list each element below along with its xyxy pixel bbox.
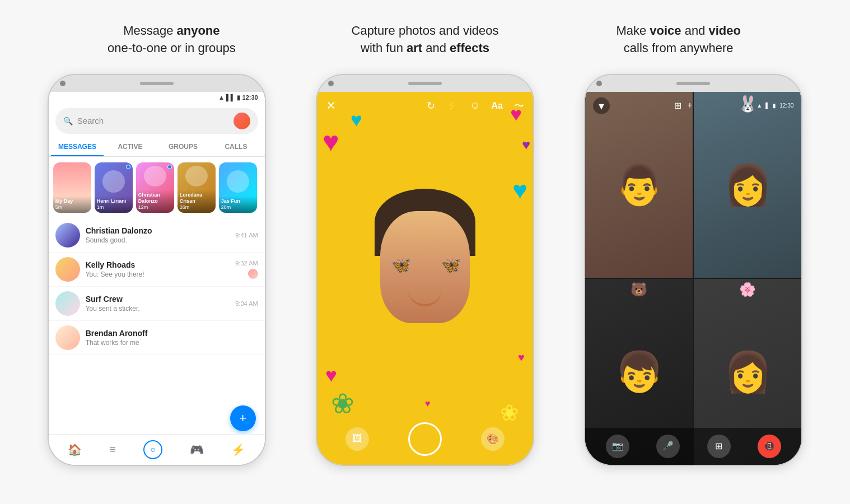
video-icon: 📷	[612, 441, 623, 451]
camera-nav-icon: ○	[150, 445, 156, 455]
smiley-effect-icon[interactable]: ☺	[470, 100, 480, 111]
conv-surf[interactable]: Surf Crew You sent a sticker. 9:04 AM	[49, 287, 265, 321]
feature-calls-bold1: voice	[650, 24, 681, 38]
bear-ears-icon: 🐻	[631, 282, 647, 297]
conv-preview-brendan: That works for me	[86, 339, 258, 347]
rotate-camera-icon[interactable]: ↻	[427, 100, 435, 112]
camera-person: 🦋 🦋	[317, 92, 533, 431]
conv-name-christian: Christian Dalonzo	[86, 226, 230, 235]
mic-icon: 🎤	[662, 441, 674, 451]
shutter-btn[interactable]	[408, 422, 442, 456]
feature-messaging-bold: anyone	[177, 24, 220, 38]
conv-info-christian: Christian Dalonzo Sounds good.	[86, 226, 230, 244]
video-signal-icon: ▌	[765, 102, 769, 109]
wifi-icon: ▲	[218, 94, 225, 101]
gallery-icon: 🖼	[352, 433, 362, 445]
phone2-top-bar	[317, 75, 533, 92]
bottom-nav: 🏠 ≡ ○ 🎮 ⚡	[49, 434, 265, 465]
conv-christian[interactable]: Christian Dalonzo Sounds good. 9:41 AM	[49, 218, 265, 253]
search-bar[interactable]: 🔍 Search	[55, 108, 258, 134]
video-switch-icon[interactable]: ⊞	[674, 100, 681, 111]
story-henri-label: Henri Liriani1m	[95, 196, 133, 213]
feature-messaging: Message anyone one-to-one or in groups	[45, 22, 298, 57]
compose-fab[interactable]: +	[230, 405, 256, 431]
butterfly-left-eye: 🦋	[391, 256, 411, 274]
phone2-camera	[328, 81, 334, 86]
conv-info-kelly: Kelly Rhoads You: See you there!	[86, 260, 230, 278]
phone3-camera	[596, 81, 602, 86]
conv-avatar-kelly	[55, 257, 80, 282]
video-toggle-btn[interactable]: 📷	[606, 435, 629, 458]
tab-active[interactable]: ACTIVE	[104, 138, 157, 156]
profile-avatar[interactable]	[233, 113, 250, 129]
camera-top-bar: ✕ ↻ ⚡ ☺ Aa 〜	[317, 92, 533, 120]
phone1-status-icons: ▲ ▌▌ ▮	[218, 94, 240, 101]
face-base: 🦋 🦋	[380, 211, 470, 323]
switch-camera-btn[interactable]: ⊞	[707, 435, 731, 458]
video-call-top-bar: ▾ ⊞ + ▲ ▌ ▮ 12:30	[585, 92, 801, 120]
phone1-speaker	[140, 82, 174, 85]
face-art: 🦋 🦋	[375, 189, 475, 334]
gallery-btn[interactable]: 🖼	[345, 427, 369, 451]
dropdown-icon[interactable]: ▾	[593, 97, 610, 114]
effects-btn[interactable]: 🎨	[481, 427, 505, 451]
tab-messages[interactable]: MESSAGES	[51, 138, 104, 156]
conv-time-surf: 9:04 AM	[235, 300, 258, 307]
end-call-icon: 📵	[764, 441, 775, 451]
tab-calls[interactable]: CALLS	[209, 138, 263, 156]
games-nav-icon[interactable]: 🎮	[190, 443, 204, 456]
text-tool-icon[interactable]: Aa	[492, 101, 503, 111]
phone1-status-bar: ▲ ▌▌ ▮ 12:30	[49, 92, 265, 104]
person-4-emoji: 👩	[723, 349, 772, 395]
end-call-btn[interactable]: 📵	[758, 435, 781, 458]
story-jas[interactable]: Jas Fun28m	[219, 162, 257, 213]
story-jas-label: Jas Fun28m	[219, 196, 257, 213]
conv-preview-kelly: You: See you there!	[86, 270, 230, 278]
story-henri[interactable]: Henri Liriani1m	[95, 162, 133, 213]
search-icon: 🔍	[63, 116, 73, 125]
video-top-actions: ⊞ +	[674, 100, 692, 111]
more-nav-icon[interactable]: ⚡	[231, 443, 245, 456]
camera-nav-btn[interactable]: ○	[143, 440, 162, 459]
flash-icon[interactable]: ⚡	[446, 100, 459, 112]
page-wrapper: Message anyone one-to-one or in groups C…	[0, 0, 850, 504]
feature-camera-bold2: effects	[450, 41, 489, 55]
feature-camera-bold1: art	[407, 41, 422, 55]
phone3-speaker	[676, 82, 710, 85]
video-status-bar: ▲ ▌ ▮ 12:30	[756, 102, 793, 109]
phone1-camera	[60, 81, 66, 86]
conv-avatar-surf	[55, 291, 80, 316]
tab-groups[interactable]: GROUPS	[157, 138, 210, 156]
messenger-screen: ▲ ▌▌ ▮ 12:30 🔍 Search MESSAGE	[49, 92, 265, 465]
conv-time-kelly: 9:32 AM	[235, 260, 258, 267]
phone-messenger: ▲ ▌▌ ▮ 12:30 🔍 Search MESSAGE	[48, 74, 266, 466]
story-my-day[interactable]: My Day5m	[53, 162, 91, 213]
story-my-day-label: My Day5m	[53, 196, 91, 213]
search-input[interactable]: Search	[77, 116, 226, 125]
person-2-emoji: 👩	[723, 162, 772, 208]
story-christian[interactable]: Christian Dalonzo12m	[136, 162, 174, 213]
story-dot-2	[167, 165, 172, 169]
tabs-row: MESSAGES ACTIVE GROUPS CALLS	[49, 138, 265, 157]
feature-calls-sub: calls from anywhere	[624, 41, 734, 55]
conv-kelly[interactable]: Kelly Rhoads You: See you there! 9:32 AM	[49, 253, 265, 287]
feature-calls: Make voice and video calls from anywhere	[552, 22, 805, 57]
home-nav-icon[interactable]: 🏠	[68, 443, 82, 456]
phone3-screen: 👨 👩 🐰 👦 🐻	[585, 92, 801, 465]
smile	[408, 290, 442, 306]
phone2-screen: ✕ ↻ ⚡ ☺ Aa 〜	[317, 92, 533, 465]
close-camera-icon[interactable]: ✕	[326, 99, 336, 113]
video-call-screen: 👨 👩 🐰 👦 🐻	[585, 92, 801, 465]
conv-info-surf: Surf Crew You sent a sticker.	[86, 295, 230, 312]
switch-camera-icon: ⊞	[715, 441, 722, 451]
story-loredana[interactable]: Loredana Crisan26m	[178, 162, 216, 213]
mic-toggle-btn[interactable]: 🎤	[656, 435, 680, 458]
video-wifi-icon: ▲	[756, 102, 762, 109]
draw-tool-icon[interactable]: 〜	[514, 99, 524, 113]
camera-bottom-bar: 🖼 🎨	[317, 413, 533, 465]
video-time: 12:30	[779, 102, 793, 109]
add-person-icon[interactable]: +	[687, 100, 692, 111]
conv-brendan[interactable]: Brendan Aronoff That works for me	[49, 321, 265, 355]
person-3-emoji: 👦	[615, 349, 664, 395]
messages-nav-icon[interactable]: ≡	[109, 443, 116, 456]
